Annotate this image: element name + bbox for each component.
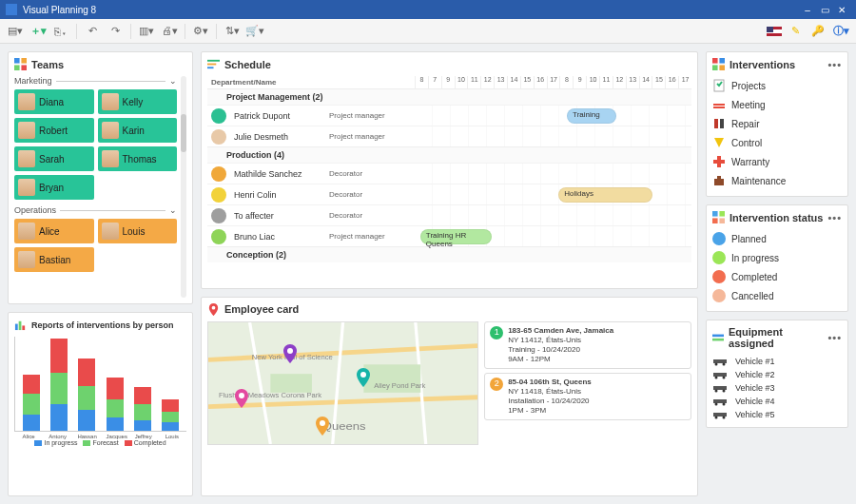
svg-rect-40 [712, 338, 724, 340]
member-name: Karin [123, 126, 145, 136]
undo-button[interactable]: ↶ [83, 22, 102, 41]
team-member-card[interactable]: Bastian [14, 247, 94, 272]
svg-rect-29 [714, 119, 718, 128]
member-name: Sarah [39, 154, 65, 165]
location-card[interactable]: 1183-65 Camden Ave, JamaicaNY 11412, Éta… [484, 321, 691, 369]
settings-button[interactable]: ⚙▾ [191, 22, 210, 41]
intervention-item[interactable]: Meeting [712, 95, 842, 114]
team-member-card[interactable]: Thomas [98, 146, 178, 171]
svg-rect-22 [712, 58, 718, 64]
intervention-item[interactable]: Maintenance [712, 171, 842, 190]
cart-button[interactable]: 🛒▾ [245, 22, 264, 41]
schedule-row[interactable]: Julie DesmethProject manager [207, 126, 691, 146]
location-card[interactable]: 285-04 106th St, QueensNY 11418, États-U… [484, 373, 691, 420]
redo-button[interactable]: ↷ [106, 22, 125, 41]
svg-point-54 [715, 417, 718, 419]
avatar [18, 150, 35, 167]
print-button[interactable]: 🖨▾ [160, 22, 179, 41]
avatar [102, 93, 119, 110]
schedule-group[interactable]: Project Management (2) [207, 88, 691, 105]
schedule-row[interactable]: Patrick DupontProject managerTraining [207, 105, 691, 126]
employee-card-title: Employee card [224, 303, 299, 315]
schedule-event[interactable]: Training HR Queens [420, 229, 493, 244]
schedule-group[interactable]: Production (4) [207, 146, 691, 163]
team-member-card[interactable]: Bryan [14, 175, 94, 200]
svg-rect-39 [712, 334, 724, 337]
svg-point-49 [723, 390, 726, 393]
reports-title: Reports of interventions by person [31, 320, 174, 330]
file-dropdown[interactable]: ▤▾ [6, 22, 25, 41]
employee-card-panel: Employee card Queens [201, 297, 698, 496]
svg-rect-6 [22, 325, 25, 330]
map-pin-magenta[interactable] [235, 389, 248, 408]
collapse-icon[interactable]: ⌄ [169, 76, 177, 86]
member-name: Robert [39, 126, 68, 136]
svg-point-20 [360, 372, 366, 378]
svg-point-42 [715, 363, 718, 366]
team-member-card[interactable]: Karin [98, 118, 178, 143]
schedule-group[interactable]: Conception (2) [207, 246, 691, 262]
layout-button[interactable]: ▥▾ [137, 22, 156, 41]
intervention-type-icon [712, 117, 726, 130]
team-member-card[interactable]: Kelly [98, 89, 178, 114]
maximize-button[interactable]: ▭ [816, 5, 833, 15]
copy-button[interactable]: ⎘▾ [51, 22, 70, 41]
teams-panel: Teams Marketing⌄DianaKellyRobertKarinSar… [8, 51, 193, 304]
add-button[interactable]: ＋▾ [29, 22, 48, 41]
schedule-event[interactable]: Holidays [558, 187, 652, 203]
schedule-row[interactable]: Bruno LiacProject managerTraining HR Que… [207, 225, 691, 246]
row-avatar-dot [211, 229, 226, 244]
team-member-card[interactable]: Diana [14, 89, 94, 114]
equipment-item[interactable]: Vehicle #1 [712, 355, 842, 368]
svg-rect-35 [712, 211, 718, 217]
svg-point-45 [715, 377, 718, 379]
map-pin-teal[interactable] [357, 368, 370, 387]
sort-button[interactable]: ⇅▾ [223, 22, 242, 41]
interventions-more[interactable]: ••• [827, 59, 842, 70]
schedule-row[interactable]: Henri ColinDecoratorHolidays [207, 184, 691, 204]
equipment-item[interactable]: Vehicle #4 [712, 395, 842, 408]
equipment-item[interactable]: Vehicle #3 [712, 381, 842, 395]
interventions-icon [712, 58, 725, 70]
status-dot-icon [712, 270, 726, 283]
intervention-item[interactable]: Warranty [712, 152, 842, 171]
member-name: Thomas [123, 154, 157, 165]
equipment-more[interactable]: ••• [827, 332, 842, 343]
language-flag-icon[interactable] [767, 27, 782, 36]
edit-icon[interactable]: ✎ [786, 22, 805, 41]
title-bar: Visual Planning 8 – ▭ ✕ [0, 0, 856, 19]
key-icon[interactable]: 🔑 [808, 22, 827, 41]
collapse-icon[interactable]: ⌄ [169, 205, 177, 215]
svg-rect-8 [207, 64, 216, 66]
equipment-item[interactable]: Vehicle #2 [712, 368, 842, 381]
team-member-card[interactable]: Sarah [14, 146, 94, 171]
status-item[interactable]: Planned [712, 229, 842, 248]
avatar [18, 251, 35, 268]
intervention-item[interactable]: Projects [712, 76, 842, 95]
status-panel: Intervention status ••• PlannedIn progre… [706, 204, 848, 312]
svg-point-51 [715, 403, 718, 406]
info-icon[interactable]: ⓘ▾ [831, 22, 850, 41]
intervention-item[interactable]: Repair [712, 114, 842, 133]
teams-scrollbar[interactable] [181, 76, 186, 298]
schedule-row[interactable]: To affecterDecorator [207, 204, 691, 225]
intervention-item[interactable]: Control [712, 133, 842, 152]
status-more[interactable]: ••• [827, 212, 842, 223]
status-item[interactable]: Cancelled [712, 286, 842, 305]
map-view[interactable]: Queens New York Hall of Science Flushing… [207, 321, 478, 445]
equipment-item[interactable]: Vehicle #5 [712, 408, 842, 421]
close-button[interactable]: ✕ [833, 5, 850, 15]
minimize-button[interactable]: – [799, 5, 816, 15]
schedule-event[interactable]: Training [567, 108, 616, 124]
status-item[interactable]: Completed [712, 267, 842, 286]
team-member-card[interactable]: Alice [14, 219, 94, 243]
team-member-card[interactable]: Louis [98, 219, 178, 243]
map-pin-orange[interactable] [316, 417, 329, 436]
status-item[interactable]: In progress [712, 248, 842, 267]
team-member-card[interactable]: Robert [14, 118, 94, 143]
map-pin-purple[interactable] [283, 344, 297, 363]
schedule-row[interactable]: Mathilde SanchezDecorator [207, 163, 691, 184]
status-dot-icon [712, 289, 726, 302]
svg-rect-36 [719, 211, 725, 217]
svg-rect-1 [21, 58, 27, 64]
